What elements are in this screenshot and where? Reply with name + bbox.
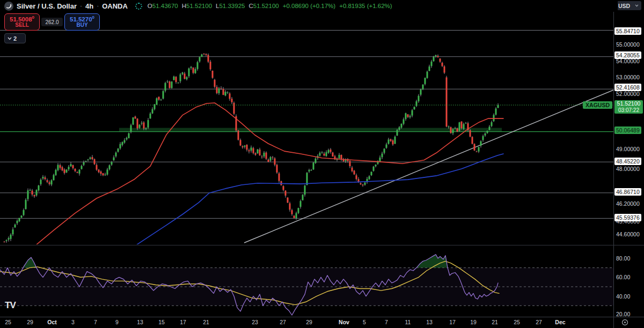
time-axis-label: Nov: [339, 319, 349, 325]
time-axis-label: 25: [5, 319, 11, 325]
symbol-title-button[interactable]: Silver / U.S. Dollar · 4h · OANDA: [17, 2, 128, 10]
time-axis-label: 17: [449, 319, 456, 325]
market-status-icon[interactable]: [135, 3, 142, 10]
title-separator: ·: [80, 2, 82, 10]
price-level-badge: 55.84710: [614, 27, 641, 35]
price-axis-label: 44.60000: [616, 231, 640, 237]
chart-canvas[interactable]: [0, 0, 613, 328]
price-axis-label: 53.00000: [616, 74, 640, 80]
price-level-badge: 45.59376: [614, 214, 641, 221]
price-axis-label: 60.00: [616, 274, 630, 280]
tradingview-chart-window: Silver / U.S. Dollar · 4h · OANDA O51.43…: [0, 0, 644, 328]
broker-label: OANDA: [102, 2, 128, 10]
close-value: 51.52100: [253, 3, 279, 9]
time-axis-label: 9: [115, 319, 119, 325]
trade-widget: 51.50080 SELL 262.0 51.52700 BUY: [4, 13, 100, 31]
spread-value: 262.0: [41, 18, 63, 26]
time-axis-label: 5: [363, 319, 366, 325]
buy-button[interactable]: 51.52700 BUY: [64, 13, 100, 31]
legend-collapse-button[interactable]: 2: [4, 33, 26, 43]
time-axis-label: Dec: [555, 319, 565, 325]
title-separator: ·: [97, 2, 99, 10]
change-value: +0.08690 (+0.17%): [283, 3, 335, 9]
time-axis-label: 7: [385, 319, 388, 325]
pane-separator[interactable]: [0, 245, 644, 245]
price-level-badge: 52.41608: [614, 84, 641, 91]
symbol-title: Silver / U.S. Dollar: [17, 2, 77, 10]
bar-countdown: 03:07:22: [614, 107, 643, 114]
open-value: 51.43670: [152, 3, 178, 9]
last-price-value: 51.52100: [614, 100, 643, 107]
time-axis-label: 23: [252, 319, 258, 325]
time-axis-label: 21: [492, 319, 498, 325]
price-axis-label: 46.20000: [616, 200, 640, 207]
tradingview-logo[interactable]: TV: [5, 300, 16, 311]
time-axis-label: 3: [71, 319, 75, 325]
sell-label: SELL: [15, 23, 29, 28]
time-axis-label: Oct: [47, 319, 57, 325]
high-value: 51.52100: [186, 3, 212, 9]
support-price-badge: 50.06489: [614, 126, 641, 134]
time-axis[interactable]: 2529Oct37913151721232729Nov5711131719212…: [0, 317, 613, 328]
axis-settings-gear-icon[interactable]: [621, 318, 629, 328]
price-level-badge: 54.28055: [614, 51, 641, 59]
time-axis-label: 29: [306, 319, 312, 325]
time-axis-label: 15: [158, 319, 165, 325]
price-axis-label: 40.00: [616, 293, 630, 300]
legend-count: 2: [13, 35, 17, 42]
last-price-badge: 51.52100 03:07:22: [614, 100, 643, 114]
time-axis-label: 13: [426, 319, 433, 325]
time-axis-label: 21: [203, 319, 209, 325]
time-axis-label: 29: [27, 319, 33, 325]
symbol-logo-icon: [4, 2, 13, 11]
price-axis[interactable]: USD 55.0000054.0000053.0000052.0000049.0…: [613, 0, 644, 328]
time-axis-separator: [0, 317, 644, 317]
interval-label[interactable]: 4h: [85, 2, 93, 10]
time-axis-label: 19: [470, 319, 477, 325]
price-line-symbol-tag[interactable]: XAGUSD: [583, 101, 612, 109]
price-axis-label: 52.00000: [616, 91, 640, 97]
time-axis-label: 27: [280, 319, 286, 325]
chevron-down-icon: [635, 4, 639, 7]
buy-label: BUY: [76, 23, 87, 28]
low-value: 51.33925: [219, 3, 245, 9]
price-level-badge: 48.45220: [614, 158, 641, 165]
sell-button[interactable]: 51.50080 SELL: [4, 13, 40, 31]
time-axis-label: 7: [94, 319, 97, 325]
price-axis-label: 48.00000: [616, 166, 640, 172]
chart-header: Silver / U.S. Dollar · 4h · OANDA O51.43…: [0, 0, 618, 12]
time-axis-label: 11: [405, 319, 411, 325]
price-axis-label: 49.00000: [616, 146, 640, 152]
currency-dropdown[interactable]: USD: [616, 1, 641, 10]
price-level-badge: 46.86710: [614, 188, 641, 196]
change-percent-value: +0.81935 (+1.62%): [339, 3, 392, 9]
time-axis-label: 25: [514, 319, 520, 325]
price-axis-label: 80.00: [616, 255, 630, 262]
time-axis-label: 17: [180, 319, 186, 325]
chevron-down-icon: [8, 37, 12, 40]
price-axis-label: 55.00000: [616, 41, 640, 48]
time-axis-label: 27: [536, 319, 542, 325]
time-axis-label: 13: [137, 319, 143, 325]
ohlc-readout: O51.43670 H51.52100 L51.33925 C51.52100 …: [148, 3, 392, 9]
